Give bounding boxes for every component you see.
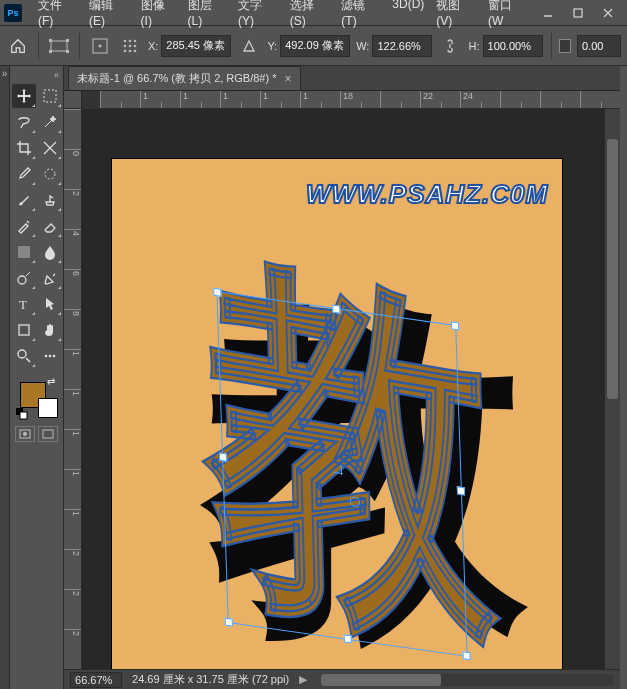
svg-point-16 xyxy=(134,44,137,47)
document-main: 0 2 4 6 8 1 1 1 1 1 2 2 2 WWW.PSAHZ.C0M … xyxy=(64,109,620,669)
color-swatches: ⇄ xyxy=(16,376,57,420)
menu-image[interactable]: 图像(I) xyxy=(135,0,182,32)
tool-crop[interactable] xyxy=(12,136,36,160)
menu-3d[interactable]: 3D(D) xyxy=(386,0,430,32)
quick-mask-button[interactable] xyxy=(15,426,35,442)
blur-icon xyxy=(43,244,57,260)
reference-point-selector[interactable] xyxy=(118,32,142,60)
ruler-v-tick: 8 xyxy=(64,309,81,349)
ruler-v-tick: 1 xyxy=(64,469,81,509)
ruler-vertical[interactable]: 0 2 4 6 8 1 1 1 1 1 2 2 2 xyxy=(64,109,82,669)
lasso-icon xyxy=(16,114,32,130)
tool-magic-wand[interactable] xyxy=(38,110,62,134)
svg-rect-32 xyxy=(20,412,27,419)
xy-swap-icon[interactable] xyxy=(237,32,261,60)
vscroll-track[interactable] xyxy=(605,109,620,669)
title-bar: Ps 文件(F) 编辑(E) 图像(I) 图层(L) 文字(Y) 选择(S) 滤… xyxy=(0,0,627,26)
canvas-viewport[interactable]: WWW.PSAHZ.C0M 教 教 xyxy=(82,109,604,669)
menu-edit[interactable]: 编辑(E) xyxy=(83,0,135,32)
tool-slice[interactable] xyxy=(38,136,62,160)
tool-blur[interactable] xyxy=(38,240,62,264)
hscroll-thumb[interactable] xyxy=(321,674,441,686)
ref-point-dots-icon xyxy=(122,38,138,54)
tab-close-button[interactable]: × xyxy=(285,72,292,86)
aspect-lock-icon[interactable] xyxy=(438,32,462,60)
ruler-h-tick: 1 xyxy=(143,91,148,101)
svg-point-34 xyxy=(23,432,27,436)
delta-icon xyxy=(242,39,256,53)
reference-point-icon[interactable] xyxy=(88,32,112,60)
w-input[interactable] xyxy=(372,35,432,57)
history-brush-icon xyxy=(16,218,32,234)
eraser-icon xyxy=(42,218,58,234)
status-menu-arrow[interactable]: ▶ xyxy=(299,673,307,686)
tool-move[interactable] xyxy=(12,84,36,108)
glyph-brown[interactable]: 教 xyxy=(203,240,501,658)
tool-history-brush[interactable] xyxy=(12,214,36,238)
background-color[interactable] xyxy=(38,398,58,418)
separator xyxy=(79,33,80,59)
svg-rect-4 xyxy=(51,41,67,51)
arrow-icon xyxy=(43,296,57,312)
tool-lasso[interactable] xyxy=(12,110,36,134)
tool-shape[interactable] xyxy=(12,318,36,342)
rectangle-icon xyxy=(17,323,31,337)
tool-frame[interactable] xyxy=(38,162,62,186)
tool-path-select[interactable] xyxy=(38,292,62,316)
vertical-scrollbar[interactable] xyxy=(604,109,620,669)
h-input[interactable] xyxy=(483,35,543,57)
home-icon[interactable] xyxy=(6,32,30,60)
tools-collapse[interactable]: « xyxy=(12,70,61,80)
y-input[interactable] xyxy=(280,35,350,57)
status-bar: 66.67% 24.69 厘米 x 31.75 厘米 (72 ppi) ▶ xyxy=(64,669,620,689)
vscroll-thumb[interactable] xyxy=(607,139,618,399)
horizontal-scrollbar[interactable] xyxy=(321,674,614,686)
menu-type[interactable]: 文字(Y) xyxy=(232,0,284,32)
svg-point-12 xyxy=(129,39,132,42)
screen-mode-button[interactable] xyxy=(38,426,58,442)
options-bar: X: Y: W: H: xyxy=(0,26,627,66)
default-colors-icon[interactable] xyxy=(16,408,28,420)
interp-checkbox[interactable] xyxy=(559,39,571,53)
x-input[interactable] xyxy=(161,35,231,57)
tool-clone[interactable] xyxy=(38,188,62,212)
window-maximize-button[interactable] xyxy=(563,2,593,24)
tool-zoom[interactable] xyxy=(12,344,36,368)
artboard[interactable]: WWW.PSAHZ.C0M 教 教 xyxy=(112,159,562,669)
status-zoom[interactable]: 66.67% xyxy=(70,672,122,688)
menu-select[interactable]: 选择(S) xyxy=(284,0,336,32)
svg-point-14 xyxy=(124,44,127,47)
svg-rect-7 xyxy=(49,50,52,53)
window-close-button[interactable] xyxy=(593,2,623,24)
x-position-field: X: xyxy=(148,35,231,57)
svg-point-30 xyxy=(52,355,55,358)
window-minimize-button[interactable] xyxy=(533,2,563,24)
h-label: H: xyxy=(469,40,480,52)
swap-colors-icon[interactable]: ⇄ xyxy=(47,376,55,387)
window-controls xyxy=(533,2,623,24)
tool-type[interactable]: T xyxy=(12,292,36,316)
tool-grid: T xyxy=(12,84,61,368)
menu-window[interactable]: 窗口(W xyxy=(482,0,533,32)
chevron-right-icon: » xyxy=(2,68,8,689)
menu-filter[interactable]: 滤镜(T) xyxy=(335,0,386,32)
left-collapse-strip[interactable]: » xyxy=(0,66,10,689)
tool-pen[interactable] xyxy=(38,266,62,290)
pen-icon xyxy=(42,270,58,286)
tool-gradient[interactable] xyxy=(12,240,36,264)
right-dock-collapsed[interactable] xyxy=(620,66,627,689)
tool-eraser[interactable] xyxy=(38,214,62,238)
transform-mode-icon[interactable] xyxy=(47,32,71,60)
menu-view[interactable]: 视图(V) xyxy=(430,0,482,32)
tool-marquee[interactable] xyxy=(38,84,62,108)
menu-file[interactable]: 文件(F) xyxy=(32,0,83,32)
menu-layer[interactable]: 图层(L) xyxy=(182,0,232,32)
tool-hand[interactable] xyxy=(38,318,62,342)
tool-brush[interactable] xyxy=(12,188,36,212)
document-tab[interactable]: 未标题-1 @ 66.7% (教 拷贝 2, RGB/8#) * × xyxy=(68,66,300,90)
tool-eyedropper[interactable] xyxy=(12,162,36,186)
ruler-horizontal[interactable]: 1 1 1 1 1 18 22 24 xyxy=(100,91,620,109)
angle-input[interactable] xyxy=(577,35,621,57)
tool-edit-toolbar[interactable] xyxy=(38,344,62,368)
tool-dodge[interactable] xyxy=(12,266,36,290)
